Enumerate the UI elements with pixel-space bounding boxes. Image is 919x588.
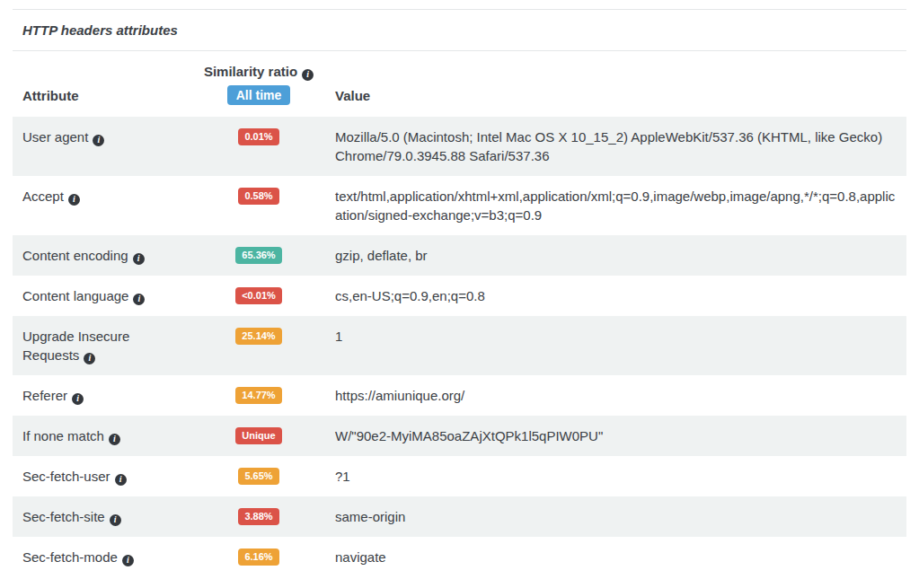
table-row: If none match Unique W/"90e2-MyiMA85oaZA… <box>13 416 906 456</box>
attribute-label: If none match <box>22 428 104 443</box>
attribute-value: 1 <box>319 327 896 364</box>
table-body: User agent 0.01% Mozilla/5.0 (Macintosh;… <box>13 117 906 577</box>
attribute-cell: Content encoding <box>22 246 199 265</box>
column-header-value: Value <box>319 86 896 105</box>
similarity-cell: 6.16% <box>199 548 319 566</box>
similarity-badge: <0.01% <box>235 287 282 304</box>
table-row: Sec-fetch-site 3.88% same-origin <box>13 496 906 537</box>
similarity-badge: 3.88% <box>238 508 278 525</box>
attribute-value: navigate <box>319 548 896 566</box>
http-headers-panel: HTTP headers attributes Attribute Simila… <box>13 9 906 577</box>
attribute-value: text/html,application/xhtml+xml,applicat… <box>319 187 896 224</box>
attribute-value: W/"90e2-MyiMA85oaZAjXtQPk1l5qPIW0PU" <box>319 426 896 445</box>
attribute-label: Referer <box>22 388 67 403</box>
similarity-badge: 0.01% <box>238 128 278 145</box>
table-row: Upgrade Insecure Requests 25.14% 1 <box>13 316 906 375</box>
similarity-badge: 0.58% <box>238 188 278 205</box>
attribute-value: cs,en-US;q=0.9,en;q=0.8 <box>319 286 896 305</box>
attribute-cell: Content language <box>22 286 199 305</box>
attribute-label: User agent <box>22 129 88 145</box>
attribute-label: Sec-fetch-mode <box>22 549 118 565</box>
similarity-cell: 5.65% <box>199 467 319 486</box>
attribute-label: Sec-fetch-user <box>22 469 110 484</box>
attribute-value: gzip, deflate, br <box>319 246 896 265</box>
attribute-label: Content encoding <box>22 248 128 263</box>
similarity-badge: 14.77% <box>235 387 281 404</box>
table-header: Attribute Similarity ratio All time Valu… <box>13 51 906 117</box>
table-row: Referer 14.77% https://amiunique.org/ <box>13 375 906 416</box>
similarity-cell: 3.88% <box>199 507 319 526</box>
info-circle-icon[interactable] <box>302 69 314 81</box>
table-row: Content encoding 65.36% gzip, deflate, b… <box>13 235 906 276</box>
attribute-label: Content language <box>22 288 128 303</box>
attribute-cell: Sec-fetch-mode <box>22 548 199 566</box>
table-row: User agent 0.01% Mozilla/5.0 (Macintosh;… <box>13 117 906 176</box>
attribute-value: ?1 <box>319 467 896 486</box>
info-circle-icon[interactable] <box>72 393 84 405</box>
similarity-badge: 5.65% <box>238 468 278 485</box>
attribute-label: Sec-fetch-site <box>22 509 105 524</box>
info-circle-icon[interactable] <box>93 135 104 146</box>
table-row: Sec-fetch-user 5.65% ?1 <box>13 456 906 496</box>
info-circle-icon[interactable] <box>68 194 80 206</box>
all-time-button[interactable]: All time <box>227 85 291 105</box>
similarity-cell: 14.77% <box>199 386 319 405</box>
attribute-cell: Accept <box>22 187 199 224</box>
attribute-cell: If none match <box>22 426 199 445</box>
attribute-cell: Upgrade Insecure Requests <box>22 327 199 364</box>
info-circle-icon[interactable] <box>133 253 145 265</box>
similarity-cell: 25.14% <box>199 327 319 364</box>
attribute-cell: Sec-fetch-user <box>22 467 199 486</box>
attribute-cell: Sec-fetch-site <box>22 507 199 526</box>
attribute-cell: User agent <box>22 127 199 165</box>
info-circle-icon[interactable] <box>122 555 134 566</box>
similarity-badge: 25.14% <box>235 328 281 345</box>
column-header-similarity-ratio: Similarity ratio <box>204 62 314 81</box>
table-row: Content language <0.01% cs,en-US;q=0.9,e… <box>13 276 906 316</box>
attribute-value: same-origin <box>319 507 896 526</box>
attribute-value: https://amiunique.org/ <box>319 386 896 405</box>
attribute-value: Mozilla/5.0 (Macintosh; Intel Mac OS X 1… <box>319 127 896 165</box>
table-row: Sec-fetch-mode 6.16% navigate <box>13 537 906 577</box>
info-circle-icon[interactable] <box>84 353 95 364</box>
similarity-cell: 65.36% <box>199 246 319 265</box>
similarity-cell: Unique <box>199 426 319 445</box>
similarity-badge: 6.16% <box>238 549 278 566</box>
similarity-badge: 65.36% <box>235 247 281 264</box>
similarity-cell: 0.01% <box>199 127 319 165</box>
info-circle-icon[interactable] <box>110 514 121 526</box>
info-circle-icon[interactable] <box>115 474 127 486</box>
similarity-cell: 0.58% <box>199 187 319 224</box>
column-header-attribute: Attribute <box>22 86 199 105</box>
attribute-label: Upgrade Insecure Requests <box>22 329 129 363</box>
info-circle-icon[interactable] <box>109 434 120 445</box>
section-title: HTTP headers attributes <box>22 22 178 38</box>
table-row: Accept 0.58% text/html,application/xhtml… <box>13 176 906 235</box>
similarity-badge: Unique <box>235 427 281 444</box>
info-circle-icon[interactable] <box>133 294 145 305</box>
attribute-label: Accept <box>22 189 64 204</box>
similarity-cell: <0.01% <box>199 286 319 305</box>
attribute-cell: Referer <box>22 386 199 405</box>
section-title-bar: HTTP headers attributes <box>13 9 906 51</box>
